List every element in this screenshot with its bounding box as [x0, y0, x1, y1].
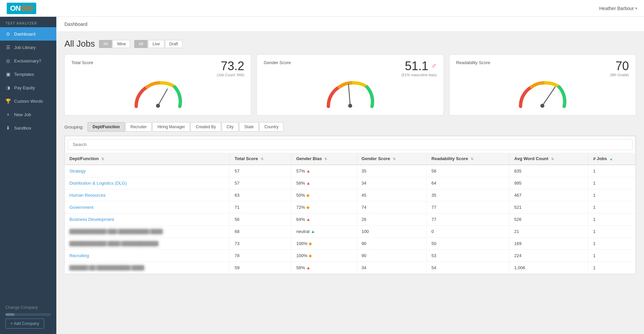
cell-dept: Government — [65, 201, 230, 213]
cell-dept: ██████ ██ ███████████ ████ — [65, 262, 230, 274]
dept-link[interactable]: Distribution & Logistics (DLG) — [69, 181, 127, 186]
dept-link[interactable]: Strategy — [69, 169, 86, 174]
table-row: Strategy5757% ▲35588351 — [65, 165, 636, 177]
cell-gender-score: 35 — [357, 165, 427, 177]
gender-score-sub: (51% masculine bias) — [401, 73, 437, 77]
sidebar-item-label: New Job — [14, 112, 31, 117]
add-company-button[interactable]: + Add Company — [5, 319, 44, 329]
col-avg-word-count[interactable]: Avg Word Count ⇅ — [509, 153, 588, 165]
sidebar-item-job-library[interactable]: ☰ Job Library — [0, 41, 56, 54]
sidebar-item-custom-words[interactable]: 🏆 Custom Words — [0, 94, 56, 108]
logo-image: ONGIG — [7, 3, 36, 14]
grouping-tab-state[interactable]: State — [239, 122, 259, 132]
col-gender-score[interactable]: Gender Score ⇅ — [357, 153, 427, 165]
content-area: Dashboard All Jobs All Mine All Live Dra… — [56, 17, 644, 334]
sidebar-item-label: Dashboard — [14, 32, 36, 37]
sidebar-item-dashboard[interactable]: ⊙ Dashboard — [0, 27, 56, 41]
filter-group-2: All Live Draft — [134, 40, 182, 48]
gender-up-icon: ▲ — [306, 169, 311, 174]
grouping-tab-city[interactable]: City — [222, 122, 239, 132]
sidebar-item-label: Sandbox — [14, 126, 31, 131]
grouping-tab-recruiter[interactable]: Recruiter — [125, 122, 152, 132]
cell-avg-word-count: 835 — [509, 165, 588, 177]
cell-total-score: 71 — [230, 201, 291, 213]
cell-num-jobs: 1 — [588, 262, 636, 274]
cell-dept: Strategy — [65, 165, 230, 177]
gender-yellow-icon: ◆ — [306, 205, 310, 210]
col-dept[interactable]: Dept/Function ⇅ — [65, 153, 230, 165]
cell-gender-score: 90 — [357, 250, 427, 262]
logo: ONGIG — [7, 3, 36, 14]
cell-num-jobs: 1 — [588, 238, 636, 250]
gender-up-icon: ▲ — [306, 217, 311, 222]
all-jobs-title: All Jobs — [64, 39, 95, 49]
col-readability-score[interactable]: Readability Score ⇅ — [427, 153, 509, 165]
data-table: Dept/Function ⇅ Total Score ⇅ Gender Bia… — [65, 153, 636, 274]
new-job-icon: + — [5, 112, 11, 117]
table-head: Dept/Function ⇅ Total Score ⇅ Gender Bia… — [65, 153, 636, 165]
change-company-label: Change Company — [0, 303, 56, 312]
cell-readability-score: 77 — [427, 201, 509, 213]
table-row: Distribution & Logistics (DLG)5758% ▲346… — [65, 177, 636, 189]
sidebar-item-label: Pay Equity — [14, 85, 35, 90]
filter-group-1: All Mine — [99, 40, 130, 48]
grouping-tab-hiring-manager[interactable]: Hiring Manager — [152, 122, 190, 132]
templates-icon: ▣ — [5, 71, 11, 77]
dept-link[interactable]: Human Resources — [69, 193, 106, 198]
cell-readability-score: 35 — [427, 189, 509, 201]
dept-link[interactable]: Recruiting — [69, 253, 89, 258]
cell-readability-score: 54 — [427, 262, 509, 274]
grouping-tab-created-by[interactable]: Created By — [191, 122, 221, 132]
grouping-tab-country[interactable]: Country — [259, 122, 283, 132]
grouping-label: Grouping: — [64, 125, 84, 130]
sidebar-item-templates[interactable]: ▣ Templates — [0, 67, 56, 81]
page-header: Dashboard — [56, 17, 644, 32]
cell-total-score: 57 — [230, 165, 291, 177]
gender-yellow-icon: ◆ — [306, 193, 310, 198]
col-gender-bias[interactable]: Gender Bias ⇅ — [291, 153, 357, 165]
sidebar-item-exclusionary[interactable]: ◎ Exclusionary? — [0, 54, 56, 67]
gender-score-gauge — [323, 80, 377, 110]
cell-dept: Recruiting — [65, 250, 230, 262]
cell-avg-word-count: 21 — [509, 226, 588, 238]
job-library-icon: ☰ — [5, 45, 11, 50]
company-bar — [5, 313, 51, 316]
cell-avg-word-count: 526 — [509, 213, 588, 226]
cell-gender-score: 26 — [357, 213, 427, 226]
gender-score-title: Gender Score — [264, 60, 291, 65]
cell-readability-score: 77 — [427, 213, 509, 226]
gender-yellow-icon: ◆ — [309, 253, 312, 258]
table-row: Human Resources6350% ◆45354671 — [65, 189, 636, 201]
main-layout: TEXT ANALYZER ⊙ Dashboard ☰ Job Library … — [0, 17, 644, 334]
sidebar-item-sandbox[interactable]: ⬇ Sandbox — [0, 121, 56, 135]
grouping-tab-dept[interactable]: Dept/Function — [88, 122, 125, 132]
filter-live-button[interactable]: Live — [148, 40, 164, 48]
cell-num-jobs: 1 — [588, 250, 636, 262]
cell-gender-bias: 64% ▲ — [291, 213, 357, 226]
cell-gender-bias: 57% ▲ — [291, 165, 357, 177]
search-input[interactable] — [68, 139, 633, 150]
gender-score-right: 51.1 ♂ (51% masculine bias) — [401, 60, 437, 77]
filter-all-status-button[interactable]: All — [134, 40, 147, 48]
cell-avg-word-count: 169 — [509, 238, 588, 250]
cell-gender-score: 34 — [357, 177, 427, 189]
col-num-jobs[interactable]: # Jobs ▲ — [588, 153, 636, 165]
dept-link[interactable]: Government — [69, 205, 94, 210]
cell-gender-score: 45 — [357, 189, 427, 201]
cell-gender-score: 100 — [357, 226, 427, 238]
total-score-value: 73.2 — [221, 60, 244, 72]
filter-draft-button[interactable]: Draft — [165, 40, 182, 48]
grouping-tabs: Dept/Function Recruiter Hiring Manager C… — [88, 122, 283, 132]
col-total-score[interactable]: Total Score ⇅ — [230, 153, 291, 165]
filter-mine-button[interactable]: Mine — [113, 40, 130, 48]
sidebar-item-pay-equity[interactable]: ◑ Pay Equity — [0, 81, 56, 94]
svg-line-2 — [348, 84, 350, 106]
dept-link[interactable]: Business Development — [69, 217, 114, 222]
sidebar-item-new-job[interactable]: + New Job — [0, 108, 56, 121]
filter-all-button[interactable]: All — [99, 40, 112, 48]
dept-blurred: ██████ ██ ███████████ ████ — [69, 265, 144, 270]
user-menu[interactable]: Heather Barbour — [599, 6, 637, 11]
cell-dept: Business Development — [65, 213, 230, 226]
cell-readability-score: 58 — [427, 165, 509, 177]
readability-score-card: Readability Score 70 (9th Grade) — [449, 54, 636, 115]
